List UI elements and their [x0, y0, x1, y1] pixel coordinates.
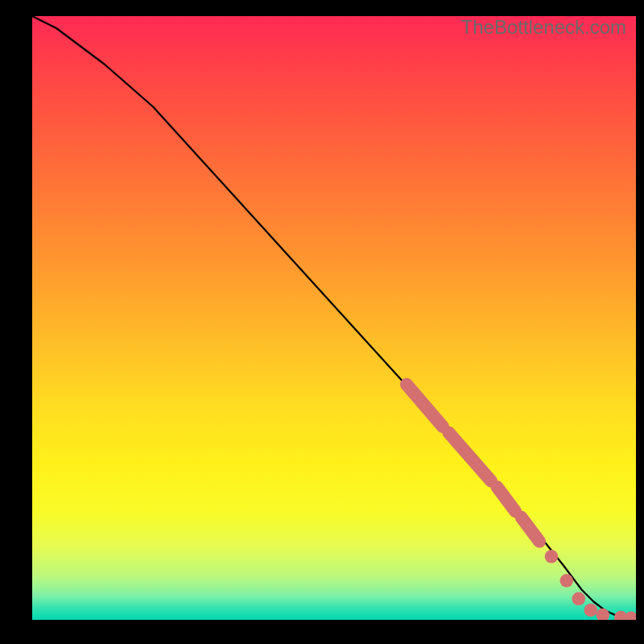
marker-segment — [522, 518, 540, 542]
marker-dot — [584, 604, 598, 617]
marker-dot — [545, 550, 559, 564]
plot-area: TheBottleneck.com — [32, 16, 636, 620]
marker-segment — [449, 433, 492, 481]
marker-dot — [597, 609, 610, 620]
marker-dot — [625, 612, 636, 621]
chart-overlay — [32, 16, 636, 620]
marker-segments — [407, 385, 539, 542]
marker-segment — [407, 385, 443, 427]
marker-dot — [572, 592, 586, 606]
marker-dot — [560, 574, 574, 588]
marker-segment — [497, 487, 516, 511]
chart-frame: TheBottleneck.com — [0, 0, 644, 644]
bottleneck-curve — [32, 16, 636, 619]
